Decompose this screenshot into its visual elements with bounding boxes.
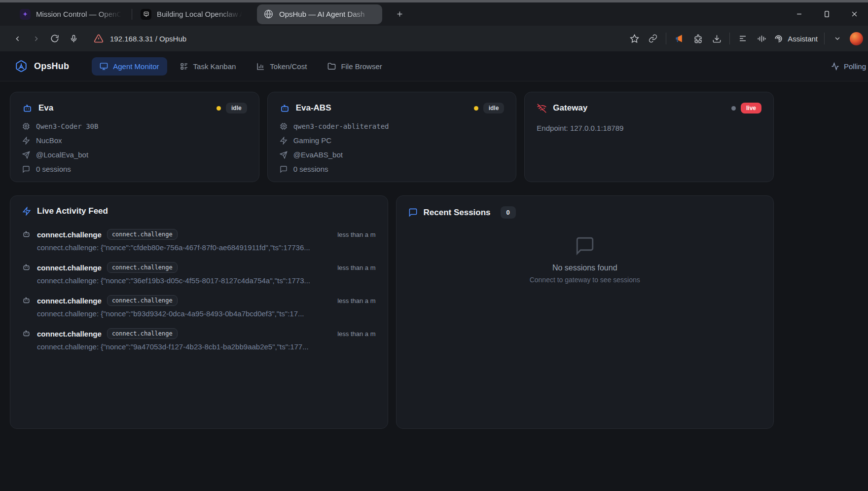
recent-sessions-panel: Recent Sessions 0 No sessions found Conn… [396,195,774,429]
feed-entry[interactable]: connect.challenge connect.challenge less… [22,262,376,285]
empty-title: No sessions found [552,264,617,272]
chevron-down-icon[interactable] [828,29,847,48]
host-row: NucBox [22,136,247,145]
nav-label: Agent Monitor [113,62,159,71]
close-button[interactable] [840,3,868,26]
host-row: Gaming PC [280,136,505,145]
nav-label: Task Kanban [193,62,236,71]
cpu-icon [22,122,30,130]
minimize-button[interactable] [785,3,813,26]
tab-opshub-active[interactable]: OpsHub — AI Agent Dash [257,4,382,24]
event-name: connect.challenge [37,330,102,338]
profile-avatar[interactable] [850,32,863,45]
kanban-icon [180,62,188,71]
forward-button[interactable] [27,29,45,48]
feed-entries: connect.challenge connect.challenge less… [22,229,376,351]
opshub-header: OpsHub Agent Monitor Task Kanban Token/C… [0,51,868,81]
insecure-warning-icon [94,34,104,43]
model-row: qwen3-coder-abliterated [280,122,505,130]
event-tag-badge: connect.challenge [107,262,178,273]
sessions-empty-state: No sessions found Connect to gateway to … [408,235,762,284]
back-button[interactable] [8,29,27,48]
polling-status: Polling [831,51,866,81]
browser-toolbar: 192.168.3.31 / OpsHub Assistant [0,26,868,51]
tab-task-kanban[interactable]: Task Kanban [172,57,244,76]
sessions-count-badge: 0 [501,206,516,219]
wifi-off-icon [537,103,547,113]
panels-row: Live Activity Feed connect.challenge con… [10,195,774,429]
reading-list-icon[interactable] [733,29,752,48]
bot-icon [22,329,31,338]
event-timestamp: less than a m [337,231,375,238]
telegram-row: @LocalEva_bot [22,151,247,159]
assistant-button[interactable]: Assistant [771,34,821,43]
brand: OpsHub [15,60,69,73]
nav-label: Token/Cost [270,62,307,71]
extensions-puzzle-icon[interactable] [688,29,707,48]
event-timestamp: less than a m [337,297,375,304]
event-name: connect.challenge [37,264,102,272]
cpu-icon [280,122,288,130]
globe-icon [263,9,274,20]
send-icon [22,151,30,159]
gateway-card: Gateway live Endpoint: 127.0.0.1:18789 [524,92,774,182]
gray-status-dot [731,106,736,111]
telegram-handle: @LocalEva_bot [36,151,88,159]
send-icon [280,151,288,159]
brand-name: OpsHub [34,61,69,72]
tab-building-openclaw[interactable]: Building Local Openclaw A [135,3,250,26]
event-detail: connect.challenge: {"nonce":"36ef19b3-d0… [37,276,376,285]
feed-entry[interactable]: connect.challenge connect.challenge less… [22,229,376,252]
downloads-icon[interactable] [707,29,726,48]
status-badge: idle [226,103,247,113]
lightning-bolt-icon [22,207,31,216]
maximize-button[interactable] [813,3,840,26]
tab-mission-control[interactable]: Mission Control — OpenC [14,3,129,26]
window-controls [785,2,868,26]
empty-subtitle: Connect to gateway to see sessions [530,276,640,284]
bot-icon [22,103,33,113]
agent-card-eva-abs: Eva-ABS idle qwen3-coder-abliterated Gam… [267,92,517,182]
status-badge: idle [483,103,505,113]
bookmark-star-icon[interactable] [625,29,644,48]
main-nav: Agent Monitor Task Kanban Token/Cost Fil… [92,57,390,76]
tab-file-browser[interactable]: File Browser [320,57,390,76]
tab-agent-monitor[interactable]: Agent Monitor [92,57,167,76]
monitor-icon [100,62,108,71]
tab-token-cost[interactable]: Token/Cost [249,57,315,76]
dashboard-content: Eva idle Qwen3-Coder 30B NucBox @LocalE [0,81,868,429]
message-square-icon [408,208,418,217]
feed-entry[interactable]: connect.challenge connect.challenge less… [22,295,376,318]
sessions-row: 0 sessions [280,165,505,173]
idle-status-dot [217,106,221,111]
feed-entry[interactable]: connect.challenge connect.challenge less… [22,328,376,351]
voice-waveform-icon[interactable] [752,29,771,48]
browser-tab-strip: Mission Control — OpenC Building Local O… [0,2,868,26]
activity-pulse-icon [831,62,839,71]
openclaw-favicon-icon [141,9,151,20]
empty-message-square-icon [575,235,595,256]
sessions-title: Recent Sessions [424,208,491,218]
event-name: connect.challenge [37,230,102,239]
toolbar-separator [666,33,666,44]
new-tab-button[interactable] [391,6,408,23]
bot-icon [22,296,31,304]
reload-button[interactable] [45,29,64,48]
event-timestamp: less than a m [337,264,375,271]
microphone-icon[interactable] [64,29,83,48]
address-bar[interactable]: 192.168.3.31 / OpsHub [94,34,625,43]
copy-link-icon[interactable] [644,29,662,48]
live-badge: live [741,103,761,113]
tab-title: Building Local Openclaw A [157,10,244,18]
tab-separator [132,9,132,20]
toolbar-separator [729,33,730,44]
agent-name: Eva [38,103,53,113]
adblock-megaphone-icon[interactable] [670,29,688,48]
event-tag-badge: connect.challenge [107,295,178,306]
event-tag-badge: connect.challenge [107,229,178,240]
live-activity-feed-panel: Live Activity Feed connect.challenge con… [10,195,388,429]
assistant-logo-icon [774,34,783,43]
zap-icon [22,137,30,145]
folder-icon [327,62,336,71]
message-square-icon [22,165,30,173]
